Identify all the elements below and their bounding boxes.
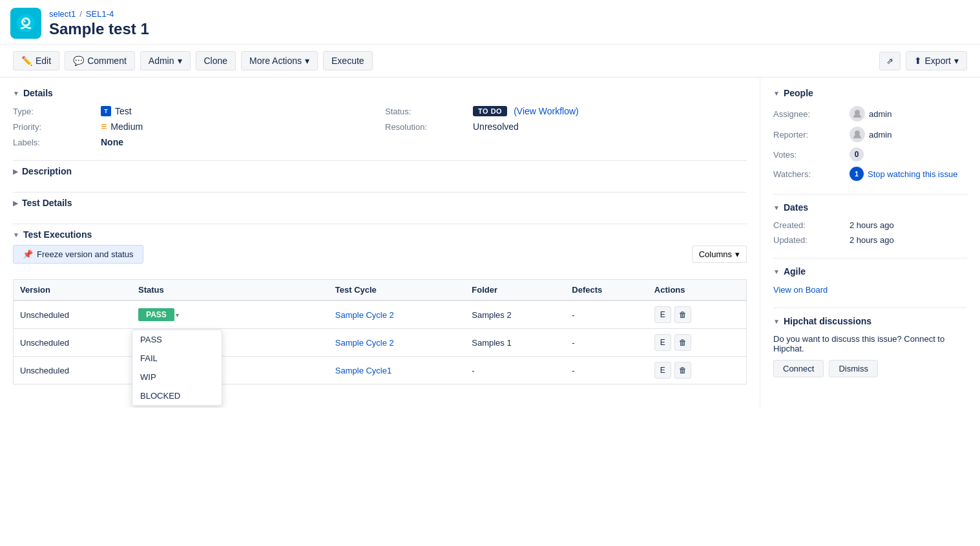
row2-test-cycle: Sample Cycle 2 xyxy=(329,329,465,357)
cycle-link-3[interactable]: Sample Cycle1 xyxy=(335,366,391,375)
edit-exec-btn-1[interactable]: E xyxy=(654,306,671,323)
dates-grid: Created: 2 hours ago Updated: 2 hours ag… xyxy=(773,220,967,245)
todo-badge: TO DO xyxy=(473,106,507,116)
people-chevron-icon: ▼ xyxy=(773,90,780,97)
clone-button[interactable]: Clone xyxy=(196,51,236,70)
row1-status-cell: PASS ▾ PASS FAIL WIP BLOCKED xyxy=(132,300,329,329)
right-panel: ▼ People Assignee: admin Reporter: admin xyxy=(760,78,980,408)
edit-exec-btn-3[interactable]: E xyxy=(654,362,671,379)
row2-version: Unscheduled xyxy=(14,329,132,357)
dropdown-item-pass[interactable]: PASS xyxy=(132,330,222,349)
breadcrumb-project[interactable]: select1 xyxy=(49,9,76,19)
view-on-board-link[interactable]: View on Board xyxy=(773,285,828,295)
exec-controls: 📌 Freeze version and status Columns ▾ xyxy=(13,245,747,271)
hipchat-section: ▼ Hipchat discussions Do you want to dis… xyxy=(773,316,967,377)
hipchat-section-header[interactable]: ▼ Hipchat discussions xyxy=(773,316,967,326)
stop-watching-link[interactable]: Stop watching this issue xyxy=(868,169,957,179)
delete-exec-btn-2[interactable]: 🗑 xyxy=(674,334,691,351)
svg-rect-4 xyxy=(21,27,23,29)
dates-section-header[interactable]: ▼ Dates xyxy=(773,202,967,213)
breadcrumb-sep: / xyxy=(79,9,82,19)
columns-button[interactable]: Columns ▾ xyxy=(692,246,747,263)
delete-exec-btn-3[interactable]: 🗑 xyxy=(674,362,691,379)
votes-badge: 0 xyxy=(850,147,864,162)
execute-button[interactable]: Execute xyxy=(323,51,373,70)
hipchat-dismiss-button[interactable]: Dismiss xyxy=(829,360,878,377)
row3-version: Unscheduled xyxy=(14,357,132,384)
toolbar: ✏️ Edit 💬 Comment Admin ▾ Clone More Act… xyxy=(0,45,980,78)
agile-section: ▼ Agile View on Board xyxy=(773,266,967,295)
priority-value: ≡ Medium xyxy=(101,121,375,132)
created-value: 2 hours ago xyxy=(850,220,967,230)
dropdown-item-wip[interactable]: WIP xyxy=(132,368,222,386)
breadcrumb-issue[interactable]: SEL1-4 xyxy=(86,9,114,19)
row1-test-cycle: Sample Cycle 2 xyxy=(329,300,465,329)
view-workflow-link[interactable]: (View Workflow) xyxy=(514,106,579,116)
test-executions-chevron-icon: ▼ xyxy=(13,231,19,238)
hipchat-chevron-icon: ▼ xyxy=(773,318,780,325)
updated-label: Updated: xyxy=(773,235,844,245)
details-section-header[interactable]: ▼ Details xyxy=(13,88,747,98)
status-dropdown-arrow-icon: ▾ xyxy=(176,311,179,319)
export-button[interactable]: ⬆ Export ▾ xyxy=(906,51,967,70)
hipchat-connect-button[interactable]: Connect xyxy=(773,360,824,377)
status-dropdown-trigger[interactable]: PASS ▾ xyxy=(138,308,322,321)
row2-folder: Samples 1 xyxy=(465,329,565,357)
description-section: ▶ Description xyxy=(13,160,747,182)
top-header: select1 / SEL1-4 Sample test 1 xyxy=(0,0,980,45)
test-executions-section-header[interactable]: ▼ Test Executions xyxy=(13,224,747,245)
cycle-link-1[interactable]: Sample Cycle 2 xyxy=(335,310,394,320)
edit-button[interactable]: ✏️ Edit xyxy=(13,51,59,70)
watchers-value: 1 Stop watching this issue xyxy=(850,167,967,181)
test-details-section-header[interactable]: ▶ Test Details xyxy=(13,192,747,213)
created-label: Created: xyxy=(773,220,844,230)
export-chevron-down-icon: ▾ xyxy=(954,56,959,66)
priority-icon: ≡ xyxy=(101,121,107,132)
people-section-header[interactable]: ▼ People xyxy=(773,88,967,98)
agile-section-header[interactable]: ▼ Agile xyxy=(773,266,967,277)
test-details-section: ▶ Test Details xyxy=(13,192,747,213)
resolution-label: Resolution: xyxy=(385,122,463,132)
reporter-value: admin xyxy=(850,127,967,142)
votes-value: 0 xyxy=(850,147,967,162)
issue-title: Sample test 1 xyxy=(49,20,149,38)
admin-chevron-down-icon: ▾ xyxy=(178,56,182,66)
row2-actions: E 🗑 xyxy=(648,329,747,357)
breadcrumb: select1 / SEL1-4 xyxy=(49,9,149,19)
admin-button[interactable]: Admin ▾ xyxy=(140,51,191,70)
dropdown-item-fail[interactable]: FAIL xyxy=(132,349,222,368)
type-label: Type: xyxy=(13,107,90,116)
row3-actions: E 🗑 xyxy=(648,357,747,384)
toolbar-right: ⇗ ⬆ Export ▾ xyxy=(879,51,967,70)
comment-button[interactable]: 💬 Comment xyxy=(65,51,135,70)
row3-test-cycle: Sample Cycle1 xyxy=(329,357,465,384)
table-row: Unscheduled PASS ▾ PASS FAIL xyxy=(14,300,747,329)
export-icon: ⬆ xyxy=(914,56,922,66)
agile-divider xyxy=(773,308,967,308)
pass-badge: PASS xyxy=(138,308,174,321)
dropdown-item-blocked[interactable]: BLOCKED xyxy=(132,386,222,405)
share-button[interactable]: ⇗ xyxy=(879,52,901,70)
delete-exec-btn-1[interactable]: 🗑 xyxy=(674,306,691,323)
status-value: TO DO (View Workflow) xyxy=(473,106,747,116)
details-chevron-icon: ▼ xyxy=(13,90,19,97)
col-version: Version xyxy=(14,280,132,301)
freeze-button[interactable]: 📌 Freeze version and status xyxy=(13,245,143,264)
updated-value: 2 hours ago xyxy=(850,235,967,245)
watchers-label: Watchers: xyxy=(773,169,844,179)
row1-actions: E 🗑 xyxy=(648,300,747,329)
hipchat-description: Do you want to discuss this issue? Conne… xyxy=(773,334,967,353)
description-chevron-icon: ▶ xyxy=(13,168,18,175)
watchers-badge: 1 xyxy=(850,167,864,181)
more-actions-button[interactable]: More Actions ▾ xyxy=(241,51,318,70)
svg-rect-5 xyxy=(28,27,31,29)
description-section-header[interactable]: ▶ Description xyxy=(13,160,747,182)
dates-chevron-icon: ▼ xyxy=(773,204,780,211)
dates-divider xyxy=(773,258,967,258)
assignee-label: Assignee: xyxy=(773,109,844,119)
dropdown-scroll-area[interactable]: PASS FAIL WIP BLOCKED xyxy=(132,330,222,405)
svg-point-3 xyxy=(24,21,26,23)
row3-defects: - xyxy=(565,357,648,384)
edit-exec-btn-2[interactable]: E xyxy=(654,334,671,351)
cycle-link-2[interactable]: Sample Cycle 2 xyxy=(335,338,394,348)
